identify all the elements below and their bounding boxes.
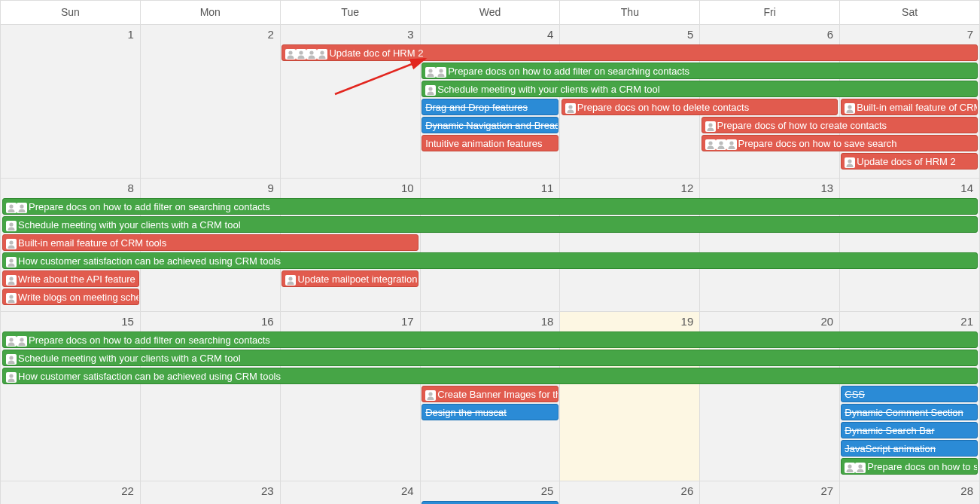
svg-point-39	[9, 277, 13, 281]
svg-point-13	[429, 87, 433, 91]
event-title: Prepare docs on how to se	[867, 461, 978, 472]
day-header: Wed	[421, 1, 561, 24]
date-number: 21	[960, 315, 973, 328]
calendar-day-cell[interactable]: 2	[141, 25, 281, 178]
calendar-event[interactable]: Intuitive animation features	[422, 135, 558, 151]
svg-point-47	[20, 338, 23, 342]
calendar-event[interactable]: CSS	[841, 386, 978, 402]
calendar-event[interactable]: Dynamic Comment Section	[841, 404, 978, 420]
svg-point-23	[719, 142, 723, 145]
calendar-day-cell[interactable]: 26	[560, 481, 700, 504]
event-title: Create Banner Images for the	[437, 389, 558, 400]
calendar-event[interactable]: Update mailpoet integration e	[282, 270, 418, 287]
event-title: Prepare docs on how to save search	[738, 138, 897, 149]
calendar-event[interactable]: Prepare docs on how to save search	[702, 135, 978, 151]
event-title: Schedule meeting with your clients with …	[18, 353, 241, 364]
day-header: Thu	[560, 1, 700, 24]
svg-point-11	[440, 69, 443, 73]
calendar-event[interactable]: Prepare docs on how to delete contacts	[562, 99, 838, 115]
event-title: Dynamic Navigation and Breadcr	[425, 120, 558, 131]
calendar-event[interactable]: Update doc of HRM 2	[282, 44, 978, 61]
svg-point-35	[9, 241, 13, 245]
event-title: Write about the API feature	[18, 273, 135, 285]
date-number: 12	[681, 182, 694, 194]
date-number: 13	[820, 182, 833, 194]
calendar-event[interactable]: Schedule meeting with your clients with …	[2, 350, 978, 366]
day-header: Sun	[1, 1, 141, 24]
date-number: 7	[967, 28, 973, 41]
date-number: 16	[261, 315, 274, 328]
svg-point-37	[9, 259, 13, 263]
calendar-event[interactable]: Prepare docs of how to create contacts	[702, 117, 978, 133]
calendar-day-cell[interactable]: 28	[840, 481, 979, 504]
svg-point-57	[859, 465, 863, 469]
date-number: 10	[401, 182, 414, 194]
calendar-event[interactable]: Built-in email feature of CRM tools	[2, 234, 418, 251]
calendar-event[interactable]: Update docs of HRM 2	[841, 153, 978, 170]
calendar-event[interactable]: Prepare docs on how to add filter on sea…	[422, 63, 978, 79]
calendar-day-cell[interactable]: 23	[141, 481, 281, 504]
svg-point-43	[9, 295, 13, 299]
svg-point-21	[708, 142, 712, 145]
svg-point-15	[568, 105, 572, 109]
date-number: 27	[820, 484, 833, 497]
event-title: Design the muscat	[425, 407, 507, 418]
day-header: Fri	[700, 1, 840, 24]
calendar-event[interactable]: How customer satisfaction can be achieve…	[2, 252, 978, 269]
svg-point-53	[429, 393, 433, 396]
date-number: 2	[267, 28, 273, 41]
calendar-event[interactable]: Schedule meeting with your clients with …	[422, 81, 978, 97]
calendar-event[interactable]: Write about the API feature	[2, 270, 139, 287]
calendar-event[interactable]: Prepare docs on how to add filter on sea…	[2, 198, 978, 215]
date-number: 5	[687, 28, 693, 41]
svg-point-1	[289, 51, 293, 55]
calendar: Sun Mon Tue Wed Thu Fri Sat 1234567Updat…	[0, 0, 980, 504]
date-number: 6	[827, 28, 833, 41]
calendar-day-cell[interactable]: 1	[1, 25, 141, 178]
event-title: Write blogs on meeting sched	[18, 292, 139, 303]
calendar-event[interactable]: JavaScript animation	[841, 440, 978, 457]
date-number: 23	[261, 484, 274, 497]
calendar-day-cell[interactable]: 27	[700, 481, 840, 504]
calendar-event[interactable]: Schedule meeting with your clients with …	[2, 216, 978, 233]
calendar-event[interactable]: Dynamic Search Bar	[841, 422, 978, 438]
date-number: 14	[960, 182, 973, 194]
date-number: 20	[820, 315, 833, 328]
date-number: 3	[407, 28, 413, 41]
svg-point-19	[708, 124, 712, 127]
calendar-event[interactable]: Design the muscat	[422, 404, 558, 420]
calendar-event[interactable]: Create Banner Images for the	[422, 386, 558, 402]
calendar-event[interactable]: Drag and Drop features	[422, 99, 558, 115]
svg-point-33	[9, 223, 13, 227]
calendar-event[interactable]: Dynamic Navigation and Breadcr	[422, 117, 558, 133]
event-title: How customer satisfaction can be achieve…	[18, 255, 281, 267]
date-number: 22	[121, 484, 134, 497]
calendar-day-cell[interactable]: 24	[281, 481, 421, 504]
svg-point-5	[310, 51, 314, 55]
calendar-event[interactable]: How customer satisfaction can be achieve…	[2, 368, 978, 384]
svg-point-51	[9, 374, 13, 378]
calendar-event[interactable]: Prepare docs on how to add filter on sea…	[2, 331, 978, 348]
calendar-event[interactable]: Write blogs on meeting sched	[2, 289, 139, 305]
date-number: 18	[541, 315, 554, 328]
calendar-week: 1234567Update doc of HRM 2Prepare docs o…	[0, 25, 980, 179]
calendar-event[interactable]: Prepare 30 docs of weForms	[422, 501, 558, 504]
date-number: 15	[121, 315, 134, 328]
day-header: Sat	[840, 1, 979, 24]
event-title: Update docs of HRM 2	[857, 156, 956, 167]
svg-point-31	[20, 205, 23, 209]
calendar-week: 22232425262728Prepare 30 docs of weForms	[0, 481, 980, 504]
event-title: CSS	[845, 389, 865, 400]
calendar-event[interactable]: Built-in email feature of CRM t	[841, 99, 978, 115]
event-title: Prepare docs on how to add filter on sea…	[448, 66, 689, 77]
date-number: 8	[128, 182, 134, 194]
event-title: Drag and Drop features	[425, 102, 528, 113]
svg-point-3	[300, 51, 303, 55]
date-number: 19	[681, 315, 694, 328]
calendar-day-cell[interactable]: 22	[1, 481, 141, 504]
svg-point-41	[289, 277, 293, 281]
event-title: Schedule meeting with your clients with …	[437, 84, 660, 95]
date-number: 28	[960, 484, 973, 497]
event-title: Prepare docs on how to delete contacts	[577, 102, 749, 113]
calendar-event[interactable]: Prepare docs on how to se	[841, 458, 978, 475]
